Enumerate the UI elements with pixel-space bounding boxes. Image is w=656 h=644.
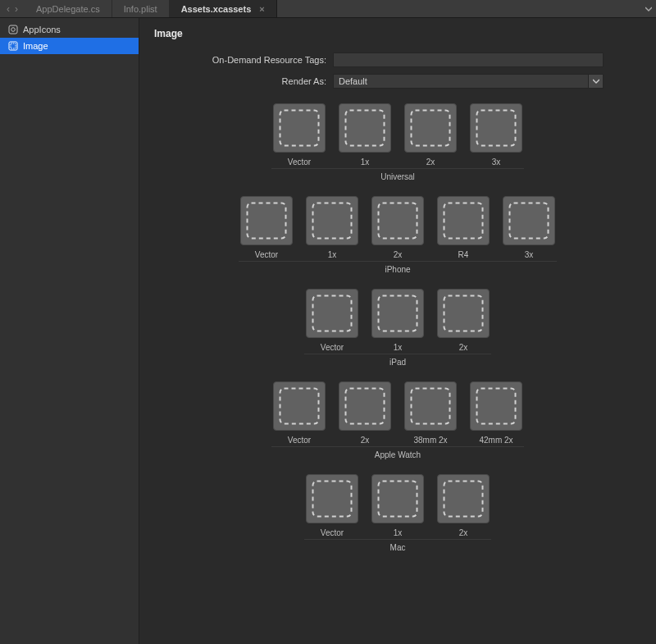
render-select[interactable]: Default <box>333 74 604 89</box>
chevron-down-icon[interactable] <box>588 75 603 88</box>
image-well[interactable] <box>240 196 293 245</box>
tab-assets-xcassets[interactable]: Assets.xcassets× <box>170 0 277 17</box>
slot-col <box>337 103 393 153</box>
slot-label: 1x <box>304 250 360 259</box>
tab-appdelegate-cs[interactable]: AppDelegate.cs <box>25 0 112 17</box>
image-well[interactable] <box>371 474 424 523</box>
svg-rect-7 <box>477 111 516 146</box>
svg-rect-13 <box>313 296 352 331</box>
svg-rect-3 <box>11 43 16 48</box>
slot-label: 3x <box>468 158 524 167</box>
slot-row <box>304 474 491 523</box>
sidebar-item-appicons[interactable]: AppIcons <box>0 21 139 38</box>
slot-label: 1x <box>337 158 393 167</box>
slot-col <box>435 474 491 523</box>
slot-label: 2x <box>403 158 458 167</box>
slot-row <box>239 196 557 245</box>
image-well[interactable] <box>470 103 522 153</box>
slot-col <box>304 474 360 523</box>
image-well[interactable] <box>437 196 490 245</box>
image-well[interactable] <box>371 196 424 245</box>
tab-bar-spacer <box>277 0 641 17</box>
svg-rect-16 <box>280 389 319 424</box>
tab-overflow-icon[interactable] <box>641 0 656 17</box>
image-well[interactable] <box>470 381 522 431</box>
slot-row <box>271 381 524 431</box>
svg-point-1 <box>11 28 16 32</box>
svg-rect-0 <box>9 25 17 34</box>
image-well[interactable] <box>404 103 457 153</box>
image-well[interactable] <box>437 289 490 338</box>
svg-rect-9 <box>313 203 352 239</box>
slot-col <box>239 196 294 245</box>
svg-rect-19 <box>477 389 516 424</box>
slot-label: Vector <box>239 250 294 259</box>
slot-labels-row: Vector2x38mm 2x42mm 2x <box>271 434 524 447</box>
image-well[interactable] <box>437 474 490 523</box>
svg-rect-11 <box>444 203 483 239</box>
slot-col <box>501 196 557 245</box>
tab-info-plist[interactable]: Info.plist <box>112 0 170 17</box>
slot-row <box>304 289 491 338</box>
svg-rect-18 <box>412 389 450 424</box>
slot-group-universal: Vector1x2x3xUniversal <box>151 103 645 181</box>
image-well[interactable] <box>339 381 391 431</box>
image-well[interactable] <box>306 196 358 245</box>
slot-labels-row: Vector1x2xR43x <box>239 249 557 262</box>
main-panel: Image On-Demand Resource Tags: Render As… <box>139 18 656 644</box>
slot-label: 2x <box>337 436 393 445</box>
slot-col <box>337 381 393 431</box>
render-row: Render As: Default <box>151 74 645 89</box>
tab-bar: ‹ › AppDelegate.csInfo.plistAssets.xcass… <box>0 0 656 18</box>
image-well[interactable] <box>273 103 326 153</box>
slot-label: 1x <box>370 528 426 537</box>
svg-rect-14 <box>379 296 417 331</box>
svg-rect-5 <box>346 111 385 146</box>
slot-col <box>271 103 327 153</box>
svg-rect-12 <box>510 203 549 239</box>
slot-label: 2x <box>435 528 491 537</box>
slot-label: Vector <box>304 343 360 352</box>
group-label: iPhone <box>385 265 410 274</box>
slot-row <box>271 103 524 153</box>
nav-forward-icon[interactable]: › <box>15 4 18 14</box>
svg-rect-4 <box>280 111 319 146</box>
svg-rect-6 <box>412 111 450 146</box>
slot-col <box>370 289 426 338</box>
slot-labels-row: Vector1x2x <box>304 527 491 540</box>
slot-label: 3x <box>501 250 557 259</box>
image-well[interactable] <box>503 196 555 245</box>
sidebar-item-image[interactable]: Image <box>0 38 139 54</box>
sidebar-item-label: AppIcons <box>23 25 61 34</box>
slot-group-iphone: Vector1x2xR43xiPhone <box>151 196 645 274</box>
tab-nav-arrows: ‹ › <box>0 0 25 17</box>
render-select-value: Default <box>339 76 367 86</box>
sidebar-item-label: Image <box>23 41 48 51</box>
tags-label: On-Demand Resource Tags: <box>151 55 333 65</box>
image-well[interactable] <box>339 103 391 153</box>
svg-rect-20 <box>313 482 352 517</box>
slot-col <box>370 196 426 245</box>
slot-label: Vector <box>271 158 327 167</box>
image-well[interactable] <box>371 289 424 338</box>
slot-col <box>370 474 426 523</box>
image-well[interactable] <box>404 381 457 431</box>
close-icon[interactable]: × <box>259 4 264 14</box>
slot-col <box>403 381 458 431</box>
image-well[interactable] <box>306 289 358 338</box>
asset-sidebar: AppIconsImage <box>0 18 139 644</box>
appicon-icon <box>8 25 18 34</box>
group-label: Apple Watch <box>375 450 421 459</box>
tags-input[interactable] <box>333 53 604 67</box>
slot-group-ipad: Vector1x2xiPad <box>151 289 645 367</box>
slot-label: 1x <box>370 343 426 352</box>
nav-back-icon[interactable]: ‹ <box>7 4 10 14</box>
group-label: Universal <box>380 172 415 181</box>
slot-label: 42mm 2x <box>468 436 524 445</box>
image-well[interactable] <box>273 381 326 431</box>
svg-rect-17 <box>346 389 385 424</box>
tags-row: On-Demand Resource Tags: <box>151 53 645 67</box>
image-well[interactable] <box>306 474 358 523</box>
svg-rect-15 <box>444 296 483 331</box>
slot-col <box>304 289 360 338</box>
